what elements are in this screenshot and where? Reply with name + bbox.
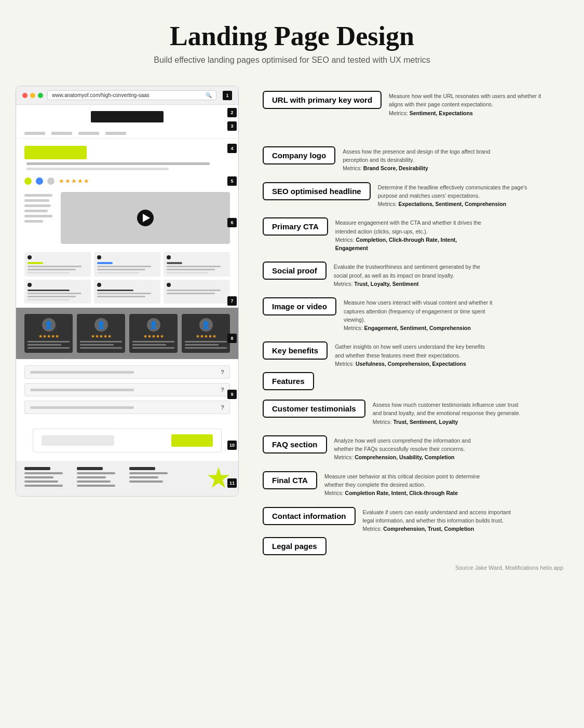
tcard-stars: ★★★★★	[143, 334, 164, 339]
ann-label-contact: Contact information	[263, 507, 356, 525]
feature-dot	[28, 283, 32, 287]
dot-yellow	[30, 93, 35, 98]
dot-red	[22, 93, 28, 98]
annotation-url: URL with primary key word Measure how we…	[263, 91, 568, 117]
ann-text-contact: Evaluate if users can easily understand …	[363, 507, 519, 533]
faq-item: ?	[24, 383, 230, 396]
faq-bar	[30, 389, 134, 391]
tcard-lines	[28, 341, 70, 349]
browser-wrapper: www.anatomyof.com/high-converting-saas 🔍…	[16, 86, 254, 497]
video-section: 6	[16, 188, 238, 248]
ann-desc-contact: Evaluate if users can easily understand …	[363, 509, 511, 524]
avatar: 👤	[42, 318, 56, 332]
play-button[interactable]	[137, 210, 154, 226]
ann-text-faq: Analyze how well users comprehend the in…	[334, 435, 490, 462]
features-section: 7	[16, 248, 238, 308]
faq-section: ? ? ? 9	[16, 359, 238, 420]
badge-4: 4	[227, 144, 237, 153]
footer-col	[77, 467, 125, 490]
headline-cta	[24, 146, 87, 159]
ann-label-social: Social proof	[263, 262, 327, 280]
avatar: 👤	[199, 318, 213, 332]
stars: ★★★★★	[59, 177, 90, 185]
badge-2: 2	[227, 108, 237, 117]
ann-text-headline: Determine if the headline effectively co…	[378, 182, 534, 209]
ratings-row: ★★★★★ 5	[16, 174, 238, 188]
play-icon	[143, 214, 150, 222]
annotation-logo: Company logo Assess how the presence and…	[263, 146, 568, 173]
badge-3: 3	[227, 121, 237, 131]
cta-button[interactable]	[171, 434, 213, 447]
feature-card	[164, 252, 230, 277]
text-left	[24, 192, 56, 244]
ann-metrics-social: Trust, Loyalty, Sentiment	[354, 281, 418, 287]
url-bar[interactable]: www.anatomyof.com/high-converting-saas 🔍	[47, 90, 216, 100]
faq-icon: ?	[221, 387, 224, 393]
ann-label-headline: SEO optimised headline	[263, 182, 371, 200]
testimonial-card: 👤 ★★★★★	[129, 314, 178, 353]
feature-card	[24, 280, 91, 304]
ann-text-cta: Measure engagement with the CTA and whet…	[335, 217, 491, 252]
annotation-faq: FAQ section Analyze how well users compr…	[263, 435, 568, 462]
annotation-cta: Primary CTA Measure engagement with the …	[263, 217, 568, 252]
badge-8: 8	[227, 334, 237, 343]
feature-dot	[97, 255, 101, 259]
annotation-contact-group: Contact information Evaluate if users ca…	[263, 507, 568, 556]
annotation-legal: Legal pages	[263, 537, 568, 555]
footer-header	[24, 467, 50, 470]
spacer-2	[263, 127, 568, 146]
diagram-column: www.anatomyof.com/high-converting-saas 🔍…	[16, 86, 254, 497]
feature-dot	[28, 255, 32, 259]
video-placeholder	[61, 192, 230, 244]
footer-header	[129, 467, 155, 470]
footer-col	[24, 467, 73, 490]
search-icon: 🔍	[206, 92, 212, 98]
feature-dot	[167, 283, 171, 287]
rating-green	[24, 177, 32, 185]
ann-label-cta: Primary CTA	[263, 217, 328, 236]
ann-desc-social: Evaluate the trustworthiness and sentime…	[334, 264, 481, 278]
ann-desc-url: Measure how well the URL resonates with …	[389, 93, 541, 107]
nav-item	[78, 132, 99, 135]
ann-label-features: Features	[263, 372, 314, 390]
ann-text-final-cta: Measure user behavior at this critical d…	[324, 471, 480, 498]
annotation-contact: Contact information Evaluate if users ca…	[263, 507, 568, 533]
tcard-stars: ★★★★★	[91, 334, 112, 339]
ann-label-logo: Company logo	[263, 146, 335, 164]
final-cta-section: 10	[16, 420, 238, 461]
ann-text-video: Measure how users interact with visual c…	[344, 297, 499, 332]
ann-metrics-logo: Brand Score, Desirability	[363, 165, 428, 171]
rating-blue	[36, 177, 43, 185]
headline-section: 4	[16, 139, 238, 174]
ann-metrics-headline: Expectations, Sentiment, Comprehension	[398, 201, 506, 207]
browser-bar: www.anatomyof.com/high-converting-saas 🔍…	[16, 86, 238, 105]
ann-desc-final-cta: Measure user behavior at this critical d…	[324, 473, 480, 488]
feature-accent	[28, 262, 43, 264]
annotation-features: Features	[263, 372, 568, 390]
testimonial-card: 👤 ★★★★★	[182, 314, 230, 353]
testimonial-card: 👤 ★★★★★	[24, 314, 73, 353]
faq-bar	[30, 406, 134, 409]
annotation-benefits-group: Key benefits Gather insights on how well…	[263, 341, 568, 390]
ann-desc-benefits: Gather insights on how well users unders…	[335, 344, 485, 358]
ann-metrics-final-cta: Completion Rate, Intent, Click-through R…	[345, 490, 458, 496]
feature-accent	[97, 262, 113, 264]
badge-11: 11	[227, 478, 237, 488]
ann-label-benefits: Key benefits	[263, 341, 328, 360]
footer-section: 11	[16, 461, 238, 496]
page-subtitle: Build effective landing pages optimised …	[16, 56, 568, 65]
ann-desc-headline: Determine if the headline effectively co…	[378, 184, 527, 199]
ann-metrics-faq: Comprehension, Usability, Completion	[355, 454, 454, 460]
avatar: 👤	[147, 318, 160, 332]
text-line	[26, 162, 210, 165]
url-text: www.anatomyof.com/high-converting-saas	[52, 92, 150, 98]
final-cta-row	[33, 429, 222, 452]
person-icon: 👤	[149, 321, 158, 329]
ann-text-benefits: Gather insights on how well users unders…	[335, 341, 491, 368]
avatar: 👤	[94, 318, 108, 332]
browser-mockup: www.anatomyof.com/high-converting-saas 🔍…	[16, 86, 239, 497]
ann-metrics-url: Sentiment, Expectations	[410, 110, 473, 116]
feature-dot	[167, 255, 171, 259]
faq-item: ?	[24, 365, 230, 379]
tcard-lines	[132, 341, 174, 349]
